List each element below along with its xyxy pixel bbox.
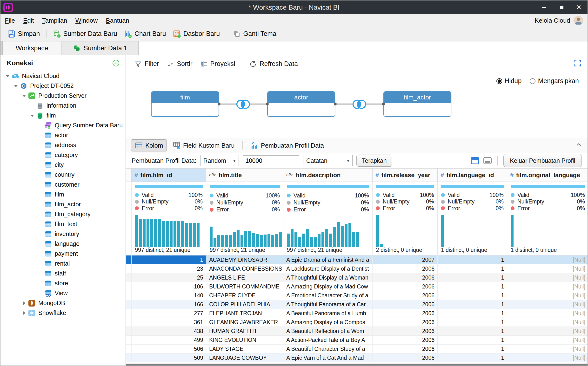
- user-avatar[interactable]: [573, 16, 583, 25]
- filter-button[interactable]: Filter: [132, 59, 161, 69]
- tree-item-project-dt-0052[interactable]: Project DT-0052: [0, 81, 125, 91]
- table-row[interactable]: 106BULWORTH COMMANDMEA Amazing Display o…: [126, 282, 588, 291]
- table-row[interactable]: 1ACADEMY DINOSAURA Epic Drama of a Femin…: [126, 255, 588, 264]
- table-row[interactable]: 361GLEAMING JAWBREAKERA Amazing Display …: [126, 318, 588, 327]
- cell[interactable]: 1: [438, 291, 507, 300]
- cell[interactable]: A Epic Drama of a Feminist And a: [283, 255, 373, 264]
- column-header-film.film_id[interactable]: #film.film_id: [132, 168, 206, 182]
- tree-item-store[interactable]: store: [0, 278, 125, 288]
- cell[interactable]: [Null]: [507, 291, 588, 300]
- cell[interactable]: 277: [132, 309, 206, 318]
- exit-profiling-button[interactable]: Keluar Pembuatan Profil: [503, 154, 582, 167]
- column-header-film.language_id[interactable]: #film.language_id: [438, 168, 507, 182]
- menu-edit[interactable]: Edit: [23, 17, 34, 24]
- manage-cloud-link[interactable]: Kelola Cloud: [535, 17, 570, 24]
- cell[interactable]: GLEAMING JAWBREAKER: [206, 318, 283, 327]
- new-dashboard-button[interactable]: Dasbor Baru: [170, 28, 222, 39]
- cell[interactable]: [Null]: [507, 273, 588, 282]
- tab-sumber-data-1[interactable]: Sumber Data 1: [62, 41, 139, 55]
- cell[interactable]: 1: [438, 318, 507, 327]
- radio-hidup[interactable]: Hidup: [496, 77, 522, 85]
- tree-item-rental[interactable]: rental: [0, 259, 125, 268]
- cell[interactable]: 2006: [373, 336, 438, 344]
- menu-tampilan[interactable]: Tampilan: [42, 17, 67, 24]
- cell[interactable]: A Lacklusture Display of a Dentist: [283, 264, 373, 273]
- switch-theme-button[interactable]: Ganti Tema: [230, 28, 279, 39]
- cell[interactable]: 1: [438, 344, 507, 353]
- cell[interactable]: 1: [132, 255, 206, 264]
- cell[interactable]: A Amazing Display of a Mad Cow: [283, 282, 373, 291]
- grid-view-toggle-icon[interactable]: [483, 157, 492, 164]
- cell[interactable]: 361: [132, 318, 206, 327]
- add-connection-button[interactable]: [112, 59, 120, 67]
- tree-item-film-text[interactable]: film_text: [0, 219, 125, 229]
- cell[interactable]: ANGELS LIFE: [206, 273, 283, 282]
- caret-down-icon[interactable]: [21, 93, 27, 99]
- tree-item-query-sumber-data-baru[interactable]: Query Sumber Data Baru: [0, 120, 125, 130]
- cell[interactable]: 2007: [373, 255, 438, 264]
- tree-item-payment[interactable]: payment: [0, 249, 125, 259]
- sort-button[interactable]: Sortir: [164, 59, 195, 69]
- table-row[interactable]: 23ANACONDA CONFESSIONSA Lacklusture Disp…: [126, 264, 588, 273]
- cell[interactable]: 2006: [373, 353, 438, 362]
- cell[interactable]: HUMAN GRAFFITI: [206, 327, 283, 336]
- cell[interactable]: [Null]: [507, 353, 588, 362]
- close-button[interactable]: ✕: [570, 0, 588, 14]
- profile-view-toggle-icon[interactable]: [471, 157, 479, 164]
- new-chart-button[interactable]: Chart Baru: [121, 28, 168, 39]
- table-row[interactable]: 277ELEPHANT TROJANA Beautiful Panorama o…: [126, 309, 588, 318]
- refresh-data-button[interactable]: Refresh Data: [247, 59, 300, 69]
- caret-down-icon[interactable]: [5, 73, 11, 79]
- diagram-node-actor[interactable]: actor: [267, 91, 335, 117]
- cell[interactable]: [Null]: [507, 264, 588, 273]
- cell[interactable]: 1: [438, 353, 507, 362]
- tree-item-category[interactable]: category: [0, 150, 125, 160]
- menu-bantuan[interactable]: Bantuan: [106, 17, 129, 24]
- table-row[interactable]: 438HUMAN GRAFFITIA Beautiful Reflection …: [126, 327, 588, 336]
- cell[interactable]: 2006: [373, 309, 438, 318]
- cell[interactable]: ELEPHANT TROJAN: [206, 309, 283, 318]
- diagram-node-film[interactable]: film: [151, 91, 219, 117]
- cell[interactable]: 1: [438, 300, 507, 309]
- sample-size-input[interactable]: [243, 155, 299, 166]
- cell[interactable]: COLOR PHILADELPHIA: [206, 300, 283, 309]
- cell[interactable]: 438: [132, 327, 206, 336]
- inner-join-icon[interactable]: [351, 97, 368, 111]
- inner-join-icon[interactable]: [235, 97, 252, 111]
- tree-item-city[interactable]: city: [0, 160, 125, 170]
- fullscreen-icon[interactable]: [573, 59, 582, 67]
- cell[interactable]: ANACONDA CONFESSIONS: [206, 264, 283, 273]
- apply-button[interactable]: Terapkan: [356, 155, 392, 167]
- caret-right-icon[interactable]: [21, 300, 27, 306]
- tree-item-film-actor[interactable]: film_actor: [0, 199, 125, 209]
- tree-item-actor[interactable]: actor: [0, 130, 125, 140]
- cell[interactable]: 2006: [373, 273, 438, 282]
- table-row[interactable]: 499KING EVOLUTIONA Action-Packed Tale of…: [126, 336, 588, 344]
- cell[interactable]: 1: [438, 264, 507, 273]
- column-header-film.release_year[interactable]: #film.release_year: [373, 168, 438, 182]
- caret-down-icon[interactable]: [29, 113, 35, 118]
- tree-item-snowflake[interactable]: Snowflake: [0, 308, 125, 318]
- cell[interactable]: [Null]: [507, 300, 588, 309]
- cell[interactable]: 1: [438, 273, 507, 282]
- cell[interactable]: A Beautiful Panorama of a Lumb: [283, 309, 373, 318]
- cell[interactable]: 2006: [373, 318, 438, 327]
- cell[interactable]: 166: [132, 300, 206, 309]
- tree-item-staff[interactable]: staff: [0, 268, 125, 278]
- tree-item-production-server[interactable]: Production Server: [0, 91, 125, 101]
- column-header-film.title[interactable]: aBcfilm.title: [206, 168, 283, 182]
- menu-window[interactable]: Window: [75, 17, 98, 24]
- cell[interactable]: [Null]: [507, 309, 588, 318]
- tree-item-inventory[interactable]: inventory: [0, 229, 125, 239]
- cell[interactable]: BULWORTH COMMANDME: [206, 282, 283, 291]
- column-header-film.original_language[interactable]: #film.original_language: [507, 168, 588, 182]
- new-custom-field-button[interactable]: Field Kustom Baru: [169, 140, 238, 151]
- cell[interactable]: 1: [438, 255, 507, 264]
- table-row[interactable]: 506LADY STAGEA Beautiful Character Study…: [126, 344, 588, 353]
- cell[interactable]: ACADEMY DINOSAUR: [206, 255, 283, 264]
- tree-item-navicat-cloud[interactable]: Navicat Cloud: [0, 71, 125, 81]
- cell[interactable]: [Null]: [507, 255, 588, 264]
- diagram-node-film_actor[interactable]: film_actor: [384, 91, 451, 117]
- cell[interactable]: 1: [438, 336, 507, 344]
- radio-mengarsipkan[interactable]: Mengarsipkan: [530, 77, 579, 85]
